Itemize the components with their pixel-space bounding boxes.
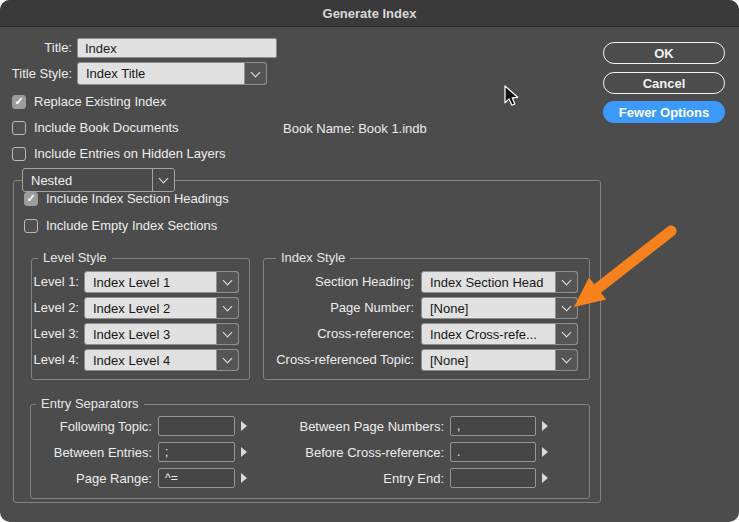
cross-referenced-topic-label: Cross-referenced Topic: [264, 349, 414, 371]
index-style-group: Index Style Section Heading: Index Secti… [263, 258, 590, 380]
following-topic-label: Following Topic: [31, 419, 152, 434]
title-style-label: Title Style: [0, 63, 72, 85]
group-title: Level Style [38, 250, 112, 265]
level-2-dropdown[interactable]: Index Level 2 [84, 297, 239, 319]
between-entries-input[interactable] [158, 442, 235, 462]
section-heading-value: Index Section Head [422, 272, 555, 292]
checkbox-icon[interactable]: ✓ [12, 95, 26, 109]
checkbox-label: Include Entries on Hidden Layers [34, 146, 226, 161]
following-topic-input[interactable] [158, 416, 235, 436]
level-3-label: Level 3: [32, 323, 79, 345]
include-empty-index-sections-checkbox-row[interactable]: ✓ Include Empty Index Sections [24, 218, 217, 233]
chevron-down-icon[interactable] [244, 63, 266, 84]
level-3-value: Index Level 3 [85, 324, 216, 344]
cross-reference-dropdown[interactable]: Index Cross-refe... [421, 323, 578, 345]
entry-end-input[interactable] [450, 468, 536, 488]
checkbox-label: Replace Existing Index [34, 94, 166, 109]
group-title: Entry Separators [36, 396, 144, 411]
chevron-down-icon[interactable] [216, 324, 238, 344]
page-range-row: Page Range: [31, 468, 247, 488]
replace-existing-index-checkbox-row[interactable]: ✓ Replace Existing Index [12, 94, 166, 109]
following-topic-row: Following Topic: [31, 416, 247, 436]
index-format-value: Nested [23, 169, 152, 191]
level-4-dropdown[interactable]: Index Level 4 [84, 349, 239, 371]
ok-button[interactable]: OK [603, 42, 725, 64]
level-2-label: Level 2: [32, 297, 79, 319]
level-4-label: Level 4: [32, 349, 79, 371]
page-number-value: [None] [422, 298, 555, 318]
dialog-title: Generate Index [323, 6, 417, 21]
index-format-dropdown[interactable]: Nested [22, 168, 175, 192]
checkbox-icon[interactable]: ✓ [12, 121, 26, 135]
level-1-label: Level 1: [32, 271, 79, 293]
cross-referenced-topic-value: [None] [422, 350, 555, 370]
chevron-down-icon[interactable] [555, 272, 577, 292]
flyout-triangle-icon[interactable] [542, 421, 548, 431]
section-heading-dropdown[interactable]: Index Section Head [421, 271, 578, 293]
between-entries-label: Between Entries: [31, 445, 152, 460]
flyout-triangle-icon[interactable] [241, 447, 247, 457]
chevron-down-icon[interactable] [216, 272, 238, 292]
entry-end-label: Entry End: [281, 471, 444, 486]
chevron-down-icon[interactable] [555, 324, 577, 344]
checkbox-label: Include Book Documents [34, 120, 179, 135]
page-range-label: Page Range: [31, 471, 152, 486]
title-label: Title: [0, 37, 72, 59]
checkbox-icon[interactable]: ✓ [12, 147, 26, 161]
titlebar: Generate Index [0, 0, 739, 27]
before-cross-reference-input[interactable] [450, 442, 536, 462]
between-entries-row: Between Entries: [31, 442, 247, 462]
between-page-numbers-input[interactable] [450, 416, 536, 436]
level-2-value: Index Level 2 [85, 298, 216, 318]
level-style-group: Level Style Level 1: Index Level 1 Level… [31, 258, 250, 380]
checkbox-icon[interactable]: ✓ [24, 219, 38, 233]
chevron-down-icon[interactable] [152, 169, 174, 191]
book-name-text: Book Name: Book 1.indb [283, 121, 427, 136]
level-1-dropdown[interactable]: Index Level 1 [84, 271, 239, 293]
entry-end-row: Entry End: [281, 468, 548, 488]
chevron-down-icon[interactable] [216, 350, 238, 370]
between-page-numbers-row: Between Page Numbers: [281, 416, 548, 436]
cross-reference-label: Cross-reference: [264, 323, 414, 345]
flyout-triangle-icon[interactable] [241, 421, 247, 431]
group-title: Index Style [276, 250, 350, 265]
before-cross-reference-row: Before Cross-reference: [281, 442, 548, 462]
include-index-section-headings-checkbox-row[interactable]: ✓ Include Index Section Headings [24, 191, 229, 206]
checkbox-icon[interactable]: ✓ [24, 192, 38, 206]
flyout-triangle-icon[interactable] [241, 473, 247, 483]
title-input[interactable] [77, 38, 277, 58]
fewer-options-button[interactable]: Fewer Options [603, 101, 725, 123]
include-book-documents-checkbox-row[interactable]: ✓ Include Book Documents [12, 120, 179, 135]
page-number-dropdown[interactable]: [None] [421, 297, 578, 319]
chevron-down-icon[interactable] [555, 298, 577, 318]
checkbox-label: Include Empty Index Sections [46, 218, 217, 233]
section-heading-label: Section Heading: [264, 271, 414, 293]
cross-referenced-topic-dropdown[interactable]: [None] [421, 349, 578, 371]
between-page-numbers-label: Between Page Numbers: [281, 419, 444, 434]
page-number-label: Page Number: [264, 297, 414, 319]
flyout-triangle-icon[interactable] [542, 447, 548, 457]
cross-reference-value: Index Cross-refe... [422, 324, 555, 344]
title-style-dropdown[interactable]: Index Title [77, 62, 267, 85]
include-entries-hidden-layers-checkbox-row[interactable]: ✓ Include Entries on Hidden Layers [12, 146, 226, 161]
chevron-down-icon[interactable] [555, 350, 577, 370]
title-style-value: Index Title [78, 63, 244, 84]
flyout-triangle-icon[interactable] [542, 473, 548, 483]
checkbox-label: Include Index Section Headings [46, 191, 229, 206]
level-3-dropdown[interactable]: Index Level 3 [84, 323, 239, 345]
level-1-value: Index Level 1 [85, 272, 216, 292]
page-range-input[interactable] [158, 468, 235, 488]
generate-index-dialog: Generate Index Title: Title Style: Index… [0, 0, 739, 522]
before-cross-reference-label: Before Cross-reference: [281, 445, 444, 460]
cancel-button[interactable]: Cancel [603, 72, 725, 94]
level-4-value: Index Level 4 [85, 350, 216, 370]
chevron-down-icon[interactable] [216, 298, 238, 318]
entry-separators-group: Entry Separators Following Topic: Betwee… [30, 404, 590, 499]
